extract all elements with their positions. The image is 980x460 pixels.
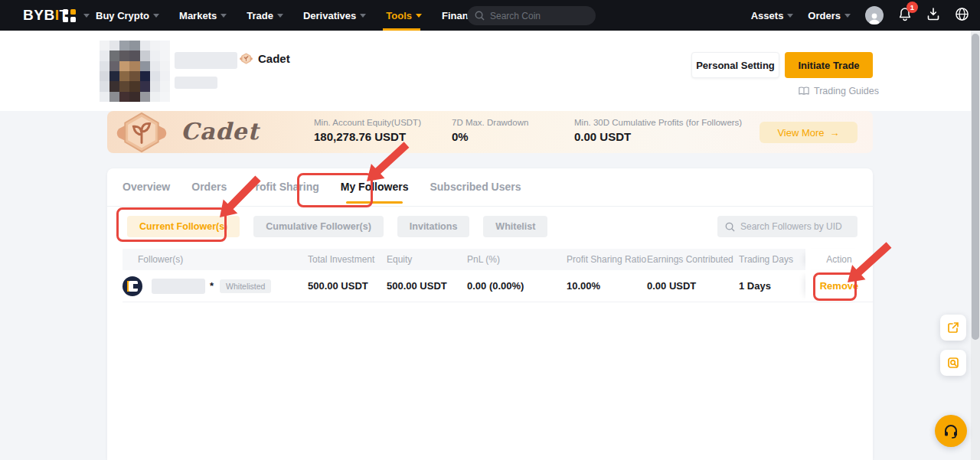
search-icon: [725, 222, 735, 232]
col-equity: Equity: [387, 249, 467, 270]
top-nav: BYBIT Buy Crypto Markets Trade Derivativ…: [0, 0, 980, 31]
scrollbar-thumb[interactable]: [972, 34, 979, 340]
stat-value: 180,278.76 USDT: [314, 130, 421, 143]
chevron-down-icon: [153, 14, 159, 18]
table-row: * Whitelisted 500.00 USDT 500.00 USDT 0.…: [122, 270, 873, 302]
search-coin-input[interactable]: Search Coin: [467, 6, 596, 25]
whitelisted-badge: Whitelisted: [220, 279, 271, 293]
bybit-logo[interactable]: BYBIT: [23, 7, 69, 24]
trading-guides-link[interactable]: Trading Guides: [799, 86, 879, 96]
tab-orders[interactable]: Orders: [191, 181, 227, 204]
col-followers: Follower(s): [122, 249, 308, 270]
globe-icon: [955, 7, 969, 21]
nav-item-tools[interactable]: Tools: [386, 0, 422, 31]
nav-item-assets[interactable]: Assets: [751, 10, 794, 21]
trading-days-value: 1 Days: [739, 270, 805, 302]
equity-value: 500.00 USDT: [387, 270, 467, 302]
chevron-down-icon: [360, 14, 366, 18]
stat-label: Min. Account Equity(USDT): [314, 118, 421, 127]
subtab-current-followers[interactable]: Current Follower(s): [127, 216, 240, 237]
stat-value: 0.00 USDT: [574, 130, 742, 143]
redacted-follower-name: [152, 279, 205, 294]
arrow-right-icon: →: [830, 127, 840, 139]
subtab-invitations[interactable]: Invitations: [397, 216, 470, 237]
search-followers-input[interactable]: Search Followers by UID: [717, 216, 858, 237]
star-marker: *: [210, 280, 214, 292]
follower-avatar: [122, 276, 142, 296]
inspect-orders-button[interactable]: [940, 350, 966, 376]
level-banner: Cadet Min. Account Equity(USDT)180,278.7…: [107, 111, 873, 153]
customer-support-button[interactable]: [935, 415, 967, 447]
document-search-icon: [946, 356, 960, 370]
nav-item-markets[interactable]: Markets: [179, 0, 227, 31]
account-avatar[interactable]: [865, 6, 884, 24]
col-total-investment: Total Investment: [308, 249, 387, 270]
initiate-trade-button[interactable]: Initiate Trade: [785, 52, 873, 78]
profit-sharing-ratio-value: 10.00%: [567, 270, 647, 302]
chevron-down-icon: [844, 14, 851, 18]
notification-count-badge: 1: [906, 2, 918, 13]
search-followers-placeholder: Search Followers by UID: [740, 221, 842, 232]
tab-profit-sharing[interactable]: Profit Sharing: [248, 181, 319, 204]
cadet-badge-large-icon: [113, 112, 170, 153]
redacted-username: [175, 52, 237, 69]
language-button[interactable]: [955, 7, 969, 24]
col-earnings-contributed: Earnings Contributed: [647, 249, 739, 270]
view-more-button[interactable]: View More→: [760, 122, 858, 143]
profile-header: Cadet Personal Setting Initiate Trade Tr…: [0, 31, 980, 111]
nav-item-derivatives[interactable]: Derivatives: [303, 0, 366, 31]
download-icon: [926, 7, 940, 21]
stat-label: 7D Max. Drawdown: [452, 118, 528, 127]
total-investment-value: 500.00 USDT: [308, 270, 387, 302]
stat-label: Min. 30D Cumulative Profits (for Followe…: [574, 118, 742, 127]
subtab-bar: Current Follower(s) Cumulative Follower(…: [127, 216, 547, 237]
chevron-down-icon: [416, 14, 422, 18]
subtab-whitelist[interactable]: Whitelist: [483, 216, 547, 237]
chevron-down-icon: [787, 14, 793, 18]
col-pnl: PnL (%): [467, 249, 567, 270]
tab-overview[interactable]: Overview: [122, 181, 170, 204]
remove-button[interactable]: Remove: [820, 280, 859, 292]
table-header: Follower(s) Total Investment Equity PnL …: [122, 249, 873, 270]
col-action: Action: [805, 249, 873, 270]
apps-grid-icon[interactable]: [63, 9, 76, 22]
search-coin-placeholder: Search Coin: [490, 11, 541, 21]
redacted-uid: [175, 77, 217, 89]
nav-item-buy-crypto[interactable]: Buy Crypto: [96, 0, 159, 31]
pixelated-avatar: [100, 41, 170, 102]
tab-subscribed-users[interactable]: Subscribed Users: [430, 181, 521, 204]
divider: [107, 206, 873, 207]
nav-item-orders[interactable]: Orders: [808, 10, 851, 21]
chevron-down-icon: [277, 14, 283, 18]
followers-panel: Overview Orders Profit Sharing My Follow…: [107, 168, 873, 460]
book-icon: [799, 86, 809, 96]
notifications-button[interactable]: 1: [898, 7, 912, 24]
scrollbar-track[interactable]: [971, 31, 980, 460]
tab-my-followers[interactable]: My Followers: [341, 181, 409, 204]
nav-item-trade[interactable]: Trade: [247, 0, 283, 31]
earnings-contributed-value: 0.00 USDT: [647, 270, 739, 302]
chevron-down-icon: [220, 14, 227, 18]
tab-bar: Overview Orders Profit Sharing My Follow…: [122, 181, 521, 204]
cadet-badge-icon: [239, 52, 253, 65]
search-icon: [475, 11, 485, 21]
profile-level-label: Cadet: [258, 52, 290, 65]
subtab-cumulative-followers[interactable]: Cumulative Follower(s): [253, 216, 384, 237]
share-button[interactable]: [940, 315, 966, 341]
chevron-down-icon: [83, 14, 90, 18]
headset-icon: [942, 422, 959, 439]
col-profit-sharing-ratio: Profit Sharing Ratio: [567, 249, 647, 270]
pnl-value: 0.00 (0.00%): [467, 270, 567, 302]
download-app-button[interactable]: [926, 7, 940, 24]
level-title: Cadet: [181, 118, 259, 145]
external-link-icon: [946, 321, 960, 334]
user-icon: [867, 12, 881, 24]
personal-setting-button[interactable]: Personal Setting: [691, 52, 779, 78]
col-trading-days: Trading Days: [739, 249, 805, 270]
stat-value: 0%: [452, 130, 528, 143]
